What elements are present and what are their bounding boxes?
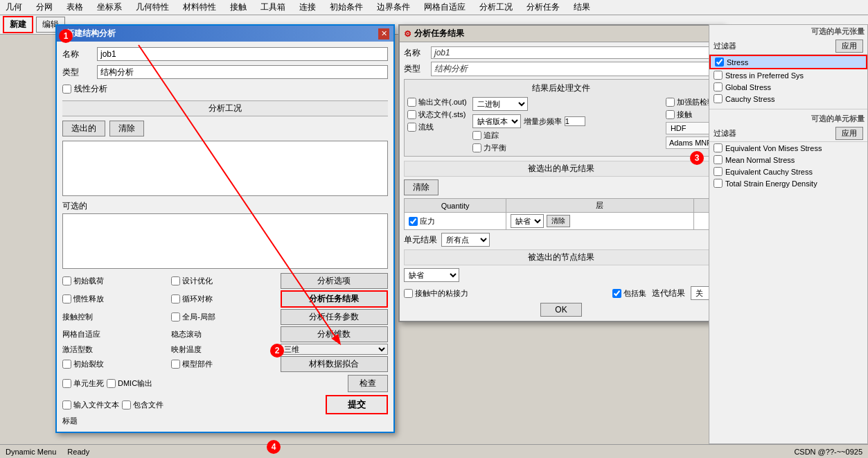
strain-energy-item[interactable]: Total Strain Energy Density — [709, 177, 867, 189]
strain-energy-check[interactable] — [714, 179, 723, 188]
cauchy-stress-item[interactable]: Cauchy Stress — [709, 93, 867, 105]
contact-adhesion-check[interactable] — [404, 289, 413, 298]
input-file-check[interactable] — [62, 400, 71, 409]
mean-normal-check[interactable] — [714, 155, 723, 164]
menu-item-contact[interactable]: 接触 — [227, 0, 249, 15]
clear-steps-btn[interactable]: 清除 — [109, 121, 144, 136]
initial-crack-label: 初始裂纹 — [73, 359, 104, 369]
unit-death-check[interactable] — [62, 379, 71, 388]
binary-select[interactable]: 二进制 — [472, 97, 528, 111]
menu-item-coord[interactable]: 坐标系 — [94, 0, 125, 15]
analysis-maintain-btn[interactable]: 分析维数 — [281, 326, 388, 342]
analysis-result-titlebar: ⚙ 分析任务结果 — [400, 26, 723, 42]
scalar-apply-btn[interactable]: 应用 — [835, 127, 863, 140]
von-mises-check[interactable] — [714, 143, 723, 152]
analysis-result-btn[interactable]: 分析任务结果 — [281, 290, 388, 308]
contact-check[interactable] — [666, 110, 675, 119]
inertia-check[interactable] — [62, 294, 71, 303]
adams-mnf-label[interactable]: Adams MNF — [666, 136, 715, 149]
selected-node-title: 被选出的节点结果 — [404, 249, 718, 265]
state-file-check[interactable] — [407, 110, 416, 119]
analysis-options-btn[interactable]: 分析选项 — [281, 273, 388, 289]
option-design-opt: 设计优化 — [171, 273, 278, 289]
contact-adhesion-label: 接触中的粘接力 — [415, 288, 468, 299]
streamline-check[interactable] — [407, 123, 416, 132]
clear-elem-btn[interactable]: 清除 — [404, 179, 439, 195]
reinforce-check[interactable] — [666, 98, 675, 107]
stress-tensor-item[interactable]: Stress — [709, 55, 867, 69]
von-mises-item[interactable]: Equivalent Von Mises Stress — [709, 142, 867, 154]
equiv-cauchy-item[interactable]: Equivalent Cauchy Stress — [709, 166, 867, 177]
iter-result-label: 迭代结果 — [652, 288, 685, 299]
output-file-label: 输出文件(.out) — [418, 97, 467, 107]
menu-item-results[interactable]: 结果 — [571, 0, 593, 15]
mean-normal-item[interactable]: Mean Normal Stress — [709, 154, 867, 166]
type-input[interactable] — [97, 65, 388, 79]
equiv-cauchy-label: Equivalent Cauchy Stress — [725, 168, 813, 176]
row-clear-btn[interactable]: 清除 — [547, 215, 570, 227]
ok-btn[interactable]: OK — [540, 303, 581, 317]
menu-item-analysis-job[interactable]: 分析任务 — [524, 0, 563, 15]
menu-item-analysis-step[interactable]: 分析工况 — [477, 0, 515, 15]
node-default-select[interactable]: 缺省 — [404, 268, 459, 282]
equiv-cauchy-check[interactable] — [714, 167, 723, 176]
dim-select[interactable]: 三维 二维 — [281, 344, 388, 355]
menu-item-geomprops[interactable]: 几何特性 — [133, 0, 172, 15]
all-points-select[interactable]: 所有点 — [441, 233, 490, 247]
option-model-part: 模型部件 — [171, 356, 278, 372]
stress-row-check[interactable] — [409, 217, 418, 226]
type-label: 类型 — [62, 67, 97, 78]
option-analysis-options: 分析选项 — [281, 273, 388, 289]
output-file-check[interactable] — [407, 98, 416, 107]
menu-item-mesh[interactable]: 分网 — [33, 0, 55, 15]
menu-item-boundary[interactable]: 边界条件 — [374, 0, 413, 15]
freq-input[interactable] — [565, 116, 585, 126]
linear-analysis-label: 线性分析 — [74, 83, 107, 95]
model-part-check[interactable] — [171, 360, 180, 369]
initial-crack-check[interactable] — [62, 360, 71, 369]
global-stress-check[interactable] — [714, 82, 723, 91]
linear-analysis-check[interactable] — [62, 85, 71, 94]
global-stress-item[interactable]: Global Stress — [709, 81, 867, 93]
layer-select[interactable]: 缺省 — [511, 214, 544, 228]
include-file-check[interactable] — [122, 400, 131, 409]
cauchy-stress-check[interactable] — [714, 94, 723, 103]
menu-item-adaptive[interactable]: 网格自适应 — [421, 0, 468, 15]
result-icon: ⚙ — [404, 29, 411, 39]
new-analysis-close[interactable]: ✕ — [378, 28, 389, 39]
stress-preferred-label: Stress in Preferred Sys — [725, 71, 804, 80]
include-set-check[interactable] — [612, 289, 621, 298]
menu-item-table[interactable]: 表格 — [64, 0, 86, 15]
tensor-apply-btn[interactable]: 应用 — [835, 39, 863, 53]
menu-item-toolbox[interactable]: 工具箱 — [258, 0, 288, 15]
analysis-result-body: 名称 job1 类型 结构分析 结果后处理文件 输出文件(.out) 状态文件(… — [400, 42, 723, 321]
full-partial-check[interactable] — [171, 312, 180, 322]
material-fit-btn[interactable]: 材料数据拟合 — [281, 356, 388, 372]
option-cyclic: 循环对称 — [171, 290, 278, 308]
stress-preferred-item[interactable]: Stress in Preferred Sys — [709, 69, 867, 81]
name-input[interactable] — [97, 47, 388, 61]
menu-item-initial[interactable]: 初始条件 — [327, 0, 366, 15]
selected-btn[interactable]: 选出的 — [62, 121, 105, 136]
new-button[interactable]: 新建 — [3, 16, 33, 33]
menu-item-geometry[interactable]: 几何 — [3, 0, 25, 15]
base-version-select[interactable]: 缺省版本 — [472, 114, 521, 128]
submit-btn[interactable]: 提交 — [326, 395, 388, 414]
initial-load-check[interactable] — [62, 276, 71, 285]
cyclic-check[interactable] — [171, 294, 180, 303]
menu-item-connect[interactable]: 连接 — [296, 0, 319, 15]
elem-results-table: Quantity 层 应力 缺 — [404, 198, 718, 230]
stress-tensor-label: Stress — [727, 58, 748, 67]
stress-tensor-check[interactable] — [715, 58, 724, 67]
check-btn[interactable]: 检查 — [348, 375, 388, 392]
dmic-check[interactable] — [107, 379, 116, 388]
stress-preferred-check[interactable] — [714, 71, 723, 80]
trace-check[interactable] — [472, 131, 481, 140]
design-opt-check[interactable] — [171, 276, 180, 285]
analysis-params-btn[interactable]: 分析任务参数 — [281, 309, 388, 325]
hdf-label[interactable]: HDF — [666, 122, 715, 134]
scalar-title: 可选的单元标量 — [709, 112, 867, 125]
menu-item-material[interactable]: 材料特性 — [180, 0, 219, 15]
force-balance-check[interactable] — [472, 143, 481, 152]
status-bar: Dynamic Menu Ready CSDN @??-~~0925 — [0, 444, 868, 458]
